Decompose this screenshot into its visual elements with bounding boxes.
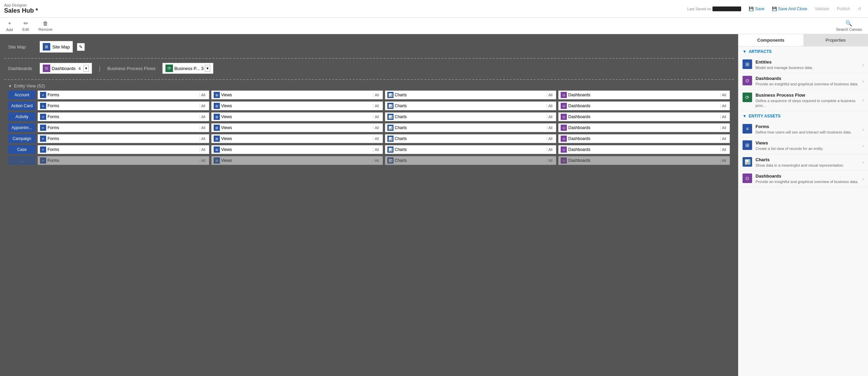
last-saved-label: Last Saved on xyxy=(687,7,741,11)
publish-label: Publish xyxy=(837,6,850,11)
asset-dashboards-label: Dashboards xyxy=(568,93,718,97)
remove-label: Remove xyxy=(39,27,53,31)
entity-appointment-button[interactable]: Appointm... xyxy=(8,123,36,132)
entity-asset-dashboards-campaign[interactable]: ⊙ Dashboards All xyxy=(558,134,730,143)
entity-asset-forms-case[interactable]: ≡ Forms All xyxy=(38,145,209,154)
views-icon: ⊞ xyxy=(214,114,220,120)
right-panel: Components Properties ▼ ARTIFACTS ⊞ Enti… xyxy=(738,34,868,376)
dashboards-row-label: Dashboards xyxy=(8,66,36,71)
entity-asset-dashboards-activity[interactable]: ⊙ Dashboards All xyxy=(558,112,730,121)
entity-asset-charts-activity[interactable]: 📊 Charts All xyxy=(385,112,557,121)
save-icon: 💾 xyxy=(749,6,754,11)
entity-asset-forms-campaign[interactable]: ≡ Forms All xyxy=(38,134,209,143)
edit-button[interactable]: ✏ Edit xyxy=(21,19,31,33)
app-designer-label: App Designer xyxy=(4,3,38,7)
sitemap-edit-button[interactable]: ✎ xyxy=(77,43,85,51)
entity-asset-forms-activity[interactable]: ≡ Forms All xyxy=(38,112,209,121)
canvas-area[interactable]: Site Map ⊞ Site Map ✎ Dashboards ⊙ Dashb… xyxy=(0,34,738,376)
entity-activity-button[interactable]: Activity xyxy=(8,112,36,121)
charts-icon: 📊 xyxy=(387,157,393,164)
divider-1 xyxy=(4,58,734,59)
sitemap-box-label: Site Map xyxy=(52,44,70,50)
entity-asset-dashboards-actioncard[interactable]: ⊙ Dashboards All xyxy=(558,101,730,110)
entity-asset-views-case[interactable]: ⊞ Views All xyxy=(211,145,383,154)
dashboards-asset-icon: ⊙ xyxy=(561,103,567,109)
component-dashboards-asset[interactable]: ⊙ Dashboards Provide an insightful and g… xyxy=(738,171,868,187)
sitemap-row: Site Map ⊞ Site Map ✎ xyxy=(4,38,734,55)
artifacts-section-header[interactable]: ▼ ARTIFACTS xyxy=(738,46,868,57)
asset-forms-label: Forms xyxy=(48,93,197,97)
tab-properties[interactable]: Properties xyxy=(803,34,868,46)
validate-button[interactable]: Validate xyxy=(812,5,832,13)
entities-desc: Model and manage business data. xyxy=(756,65,859,70)
component-bpf[interactable]: ⟳ Business Process Flow Define a sequenc… xyxy=(738,90,868,111)
entity-account-button[interactable]: Account xyxy=(8,90,36,99)
entity-asset-forms-account[interactable]: ≡ Forms All xyxy=(38,90,209,99)
entity-asset-dashboards-more[interactable]: ⊙ Dashboards All xyxy=(558,156,730,165)
entity-actioncard-button[interactable]: Action Card xyxy=(8,101,36,110)
entity-asset-views-account[interactable]: ⊞ Views All xyxy=(211,90,383,99)
dashboards-comp-title: Dashboards xyxy=(756,76,859,81)
component-views[interactable]: ⊞ Views Create a list view of records fo… xyxy=(738,138,868,154)
entity-assets-section-header[interactable]: ▼ ENTITY ASSETS xyxy=(738,111,868,121)
forms-text: Forms Define how users will see and inte… xyxy=(756,124,859,135)
component-entities[interactable]: ⊞ Entities Model and manage business dat… xyxy=(738,57,868,73)
asset-dashboards-badge: All xyxy=(720,93,727,97)
entity-view-header[interactable]: ▼ Entity View (52) xyxy=(4,81,734,90)
app-name: Sales Hub * xyxy=(4,7,38,14)
bpf-item[interactable]: ⟳ Business P... 3 ▾ xyxy=(162,63,213,74)
entity-asset-charts-campaign[interactable]: 📊 Charts All xyxy=(385,134,557,143)
forms-icon: ≡ xyxy=(40,125,46,131)
entity-asset-views-campaign[interactable]: ⊞ Views All xyxy=(211,134,383,143)
header-right: Last Saved on 💾 Save 💾 Save And Close Va… xyxy=(687,5,864,13)
entity-asset-views-activity[interactable]: ⊞ Views All xyxy=(211,112,383,121)
entity-asset-charts-case[interactable]: 📊 Charts All xyxy=(385,145,557,154)
entity-asset-forms-appointment[interactable]: ≡ Forms All xyxy=(38,123,209,132)
dashboards-dropdown[interactable]: ▾ xyxy=(83,65,89,72)
entity-campaign-button[interactable]: Campaign xyxy=(8,134,36,143)
entity-asset-dashboards-appointment[interactable]: ⊙ Dashboards All xyxy=(558,123,730,132)
add-button[interactable]: ＋ Add xyxy=(4,18,15,33)
entity-asset-views-appointment[interactable]: ⊞ Views All xyxy=(211,123,383,132)
sitemap-box[interactable]: ⊞ Site Map xyxy=(40,41,73,53)
component-forms[interactable]: ≡ Forms Define how users will see and in… xyxy=(738,121,868,138)
views-text: Views Create a list view of records for … xyxy=(756,140,859,151)
bpf-label: Business Process Flows xyxy=(107,66,156,71)
save-button[interactable]: 💾 Save xyxy=(746,5,767,13)
entity-asset-charts-account[interactable]: 📊 Charts All xyxy=(385,90,557,99)
component-dashboards[interactable]: ⊙ Dashboards Provide an insightful and g… xyxy=(738,73,868,89)
entity-asset-views-more[interactable]: ⊞ Views All xyxy=(211,156,383,165)
tab-components[interactable]: Components xyxy=(738,34,803,46)
undo-button[interactable]: ↺ xyxy=(855,5,864,13)
dashboards-item[interactable]: ⊙ Dashboards 4 ▾ xyxy=(40,63,92,74)
search-canvas-button[interactable]: 🔍 Search Canvas xyxy=(834,19,864,33)
bpf-comp-icon: ⟳ xyxy=(743,93,752,102)
dashboards-asset-text: Dashboards Provide an insightful and gra… xyxy=(756,173,859,184)
entity-asset-charts-appointment[interactable]: 📊 Charts All xyxy=(385,123,557,132)
publish-button[interactable]: Publish xyxy=(834,5,853,13)
entity-asset-views-actioncard[interactable]: ⊞ Views All xyxy=(211,101,383,110)
asset-charts-label: Charts xyxy=(395,93,544,97)
dashboards-text: Dashboards Provide an insightful and gra… xyxy=(756,76,859,86)
table-row: Case ≡ Forms All ⊞ Views All 📊 Charts Al… xyxy=(8,145,730,154)
entity-asset-dashboards-case[interactable]: ⊙ Dashboards All xyxy=(558,145,730,154)
entity-asset-forms-actioncard[interactable]: ≡ Forms All xyxy=(38,101,209,110)
dashboards-asset-icon: ⊙ xyxy=(561,114,567,120)
edit-icon: ✏ xyxy=(24,20,28,27)
table-row: Activity ≡ Forms All ⊞ Views All 📊 Chart… xyxy=(8,112,730,121)
remove-button[interactable]: 🗑 Remove xyxy=(37,19,55,33)
entity-asset-forms-more[interactable]: ≡ Forms All xyxy=(38,156,209,165)
bpf-dropdown[interactable]: ▾ xyxy=(205,65,210,72)
entity-case-button[interactable]: Case xyxy=(8,145,36,154)
table-row: Appointm... ≡ Forms All ⊞ Views All 📊 Ch… xyxy=(8,123,730,132)
charts-comp-icon: 📊 xyxy=(743,157,752,167)
dashboards-item-label: Dashboards xyxy=(52,66,76,71)
bpf-text: Business Process Flow Define a sequence … xyxy=(756,93,859,108)
views-comp-desc: Create a list view of records for an ent… xyxy=(756,146,859,151)
entity-more-button[interactable]: ... xyxy=(8,156,36,165)
component-charts[interactable]: 📊 Charts Show data in a meaningful and v… xyxy=(738,154,868,171)
entity-asset-dashboards-account[interactable]: ⊙ Dashboards All xyxy=(558,90,730,99)
entity-asset-charts-more[interactable]: 📊 Charts All xyxy=(385,156,557,165)
save-and-close-button[interactable]: 💾 Save And Close xyxy=(769,5,810,13)
entity-asset-charts-actioncard[interactable]: 📊 Charts All xyxy=(385,101,557,110)
